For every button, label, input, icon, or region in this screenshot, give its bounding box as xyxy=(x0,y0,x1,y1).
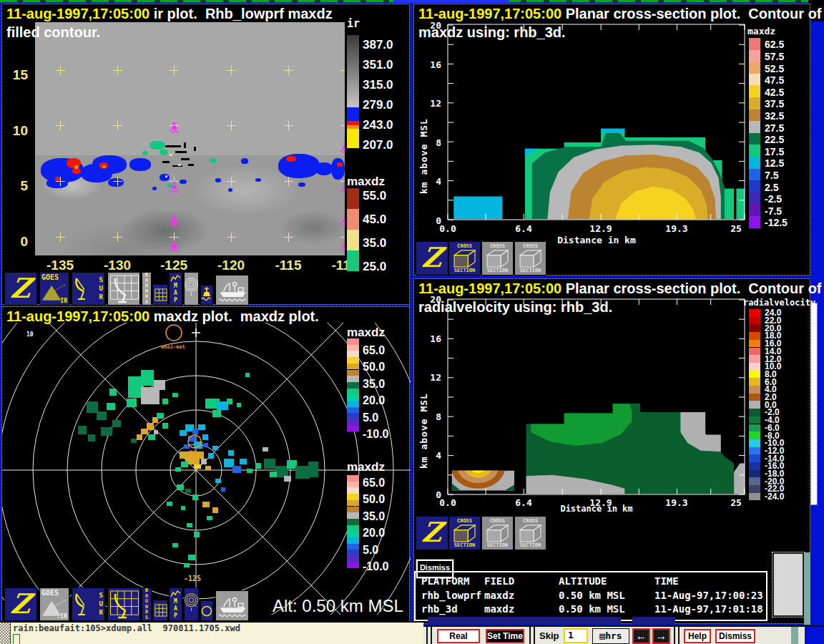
ppi-colorbar-tick: -10.0 xyxy=(363,428,388,441)
maxdz-colorbar-tick: 55.0 xyxy=(363,189,386,203)
xsec2-toolbar-button-z[interactable]: Z xyxy=(416,516,448,550)
ppi-toolbar-button-ship[interactable] xyxy=(215,590,249,621)
ppi-colorbar-swatch xyxy=(347,389,359,395)
sat-toolbar-button-sur[interactable]: SUR xyxy=(72,272,105,306)
radar-echo xyxy=(192,494,198,500)
ir-colorbar-tick: 207.0 xyxy=(363,138,393,152)
satellite-echo-blob xyxy=(210,158,217,163)
xsec1-toolbar-button-cross[interactable]: CROSS SECTION xyxy=(448,241,481,275)
sat-toolbar-button-buoy[interactable] xyxy=(200,285,213,306)
colorbar-swatch xyxy=(749,121,760,133)
arrow-left-icon: ← xyxy=(636,630,647,642)
sat-toolbar-button-griddish[interactable] xyxy=(107,272,140,306)
ppi-colorbar-swatch xyxy=(347,531,359,537)
colorbar-swatch xyxy=(749,97,760,109)
colorbar-swatch xyxy=(749,180,760,192)
sat-toolbar-button-goes[interactable]: GOES IR xyxy=(39,272,69,306)
ppi-toolbar-button-z[interactable]: Z xyxy=(4,587,37,621)
satellite-echo-blob xyxy=(178,164,181,166)
terminal-window[interactable]: rain:beaufait:105>xdump.all 970811.1705.… xyxy=(0,621,423,644)
radar-echo xyxy=(147,423,154,430)
ppi-toolbar-button-bounds[interactable]: BOUNDS xyxy=(142,587,152,621)
satellite-image[interactable] xyxy=(35,22,345,255)
sat-toolbar-button-map[interactable]: MAP xyxy=(169,272,182,306)
satellite-echo-blob xyxy=(92,155,127,174)
units-menu-icon: ▤ xyxy=(599,630,605,641)
sat-toolbar-button-ship[interactable] xyxy=(215,275,249,306)
status-header-cell: ALTITUDE xyxy=(559,575,607,587)
satellite-echo-blob xyxy=(181,158,190,160)
hrs-button[interactable]: ▤hrs xyxy=(592,628,629,644)
xsec1-toolbar-button-cross[interactable]: CROSS SECTION xyxy=(481,241,514,275)
colorbar-swatch xyxy=(749,169,760,181)
xsec2-toolbar-button-cross[interactable]: CROSS SECTION xyxy=(514,516,546,550)
ppi-toolbar-button-circle[interactable] xyxy=(200,600,213,621)
ppi-toolbar-button-map[interactable]: MAP xyxy=(169,587,182,621)
radar-echo xyxy=(181,462,188,467)
ppi-toolbar-button-rings[interactable] xyxy=(184,587,199,621)
ppi-toolbar-button-goes[interactable]: GOES .IR xyxy=(39,587,69,621)
xsec2-toolbar-button-cross[interactable]: CROSS SECTION xyxy=(448,516,481,550)
sat-toolbar-button-rings[interactable] xyxy=(184,272,199,306)
terminal-resize-handle[interactable] xyxy=(0,623,11,644)
ppi-colorbar-tick: 65.0 xyxy=(363,477,385,489)
buoy-marker-icon xyxy=(340,142,345,154)
xsec2-toolbar-button-cross[interactable]: CROSS SECTION xyxy=(481,516,514,550)
step-back-button[interactable]: ← xyxy=(632,628,650,644)
radar-echo xyxy=(263,447,268,452)
taskbar-dismiss-button[interactable]: Dismiss xyxy=(715,629,755,643)
radar-echo xyxy=(247,469,252,473)
status-scrollbar[interactable] xyxy=(772,552,804,617)
x-axis-tick: 6.4 xyxy=(506,223,541,234)
step-forward-button[interactable]: → xyxy=(652,628,670,644)
ppi-colorbar-tick: 20.0 xyxy=(363,527,385,540)
radar-echo xyxy=(205,466,211,470)
sat-toolbar-button-minigrid[interactable] xyxy=(152,284,168,306)
skip-label: Skip xyxy=(539,630,559,641)
xsec-maxdz-plot[interactable] xyxy=(443,20,750,229)
ir-colorbar-label: ir xyxy=(347,17,360,30)
satellite-echo-blob xyxy=(165,145,181,147)
platform-status-table: PLATFORMFIELDALTITUDETIMErhb_lowprfmaxdz… xyxy=(414,571,767,621)
colorbar-tick: 27.5 xyxy=(765,122,784,134)
xsec1-toolbar-button-cross[interactable]: CROSS SECTION xyxy=(514,241,546,275)
latlon-grid-mark xyxy=(56,66,65,75)
ppi-toolbar-button-minigrid[interactable] xyxy=(152,600,168,621)
ppi-colorbar-swatch xyxy=(347,500,359,507)
latlon-grid-mark xyxy=(113,177,122,186)
status-header-cell: PLATFORM xyxy=(421,575,469,587)
colorbar-swatch xyxy=(749,38,760,50)
colorbar-tick: 22.5 xyxy=(765,134,784,145)
taskbar-teal-grip xyxy=(791,627,798,644)
colorbar-swatch xyxy=(749,348,760,356)
radar-echo xyxy=(162,423,168,429)
window-scrollbar[interactable] xyxy=(811,303,817,504)
latlon-grid-mark xyxy=(113,66,122,75)
radar-echo xyxy=(207,516,212,520)
help-button[interactable]: Help xyxy=(684,629,711,643)
radar-echo xyxy=(194,532,200,537)
ppi-colorbar-swatch xyxy=(347,556,359,562)
ppi-toolbar-button-griddish[interactable] xyxy=(107,587,140,621)
satellite-echo-blob xyxy=(170,154,172,156)
terminal-cursor xyxy=(13,634,20,644)
skip-input[interactable]: 1 xyxy=(564,628,588,643)
sat-toolbar-button-bounds[interactable]: BOUNDS xyxy=(142,272,152,306)
contour-fill xyxy=(736,189,745,220)
radar-echo xyxy=(308,462,318,477)
satellite-echo-blob xyxy=(165,175,167,177)
real-time-button[interactable]: Real Time xyxy=(437,629,480,643)
radar-echo xyxy=(202,502,210,507)
colorbar-swatch xyxy=(749,394,760,401)
xsec-velocity-plot[interactable] xyxy=(443,295,750,504)
y-axis-tick: 4 xyxy=(423,450,441,461)
radar-echo xyxy=(148,434,155,440)
sat-toolbar-button-z[interactable]: Z xyxy=(4,272,37,306)
arrow-right-icon: → xyxy=(656,630,667,642)
x-axis-tick: -110 xyxy=(323,258,366,273)
latlon-grid-mark xyxy=(227,66,236,75)
ppi-toolbar-button-sur[interactable]: SUR xyxy=(72,587,105,621)
set-time-button[interactable]: Set Time xyxy=(486,629,524,643)
latlon-grid-mark xyxy=(227,177,236,186)
xsec1-toolbar-button-z[interactable]: Z xyxy=(416,241,448,275)
